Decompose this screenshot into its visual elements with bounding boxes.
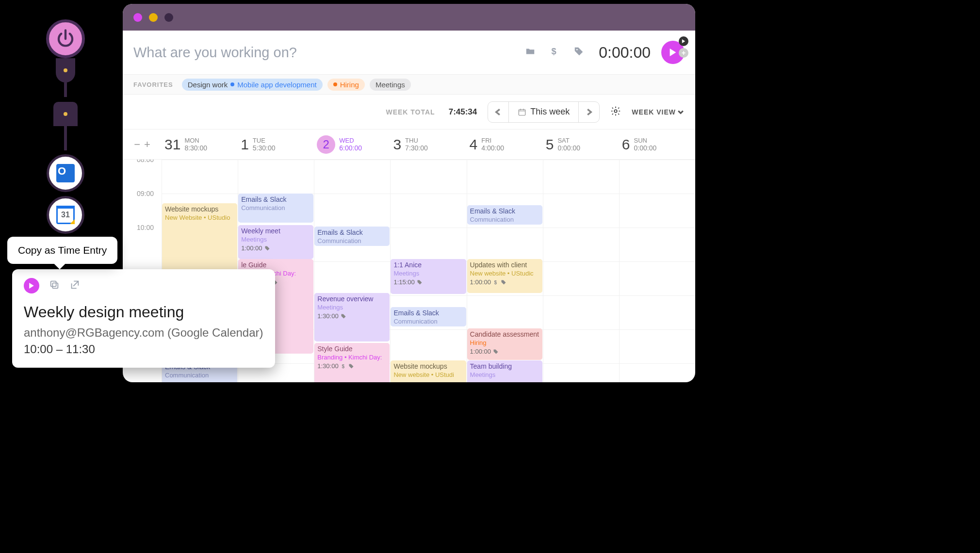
svg-text:$: $	[342, 363, 344, 369]
billable-icon[interactable]: $	[549, 46, 560, 59]
zoom-controls: − +	[123, 130, 162, 159]
svg-text:$: $	[552, 46, 556, 56]
copy-icon[interactable]	[49, 279, 60, 292]
timer-bar: What are you working on? $ 0:00:00 +	[123, 31, 695, 74]
day-header[interactable]: 4FRI4:00:00	[467, 130, 543, 159]
time-label: 09:00	[137, 190, 158, 224]
day-header[interactable]: 3THU7:30:00	[390, 130, 466, 159]
day-header[interactable]: 2WED6:00:00	[314, 130, 390, 159]
close-icon[interactable]	[133, 13, 142, 22]
calendar-event[interactable]: Candidate assessmentHiring1:00:00	[467, 328, 542, 360]
google-calendar-icon[interactable]: 31	[47, 196, 84, 234]
wire	[64, 82, 67, 97]
date-range-picker: This week	[488, 101, 600, 123]
start-timer-button[interactable]	[24, 278, 39, 293]
calendar-toolbar: WEEK TOTAL 7:45:34 This week WEEK VIEW	[123, 95, 695, 130]
week-total-label: WEEK TOTAL	[386, 108, 435, 116]
svg-point-5	[615, 110, 618, 113]
calendar-event[interactable]: Website mockupsNew website • UStudi	[391, 360, 466, 382]
svg-rect-1	[51, 281, 56, 287]
zoom-in-button[interactable]: +	[144, 138, 150, 151]
tooltip-text: Copy as Time Entry	[18, 244, 107, 256]
calendar-event[interactable]: Team buildingMeetings	[467, 360, 542, 382]
range-label[interactable]: This week	[508, 102, 579, 122]
manual-mode-icon[interactable]: +	[679, 48, 688, 58]
description-input[interactable]: What are you working on?	[133, 45, 525, 61]
day-header[interactable]: 31MON8:30:00	[162, 130, 238, 159]
next-range-button[interactable]	[579, 102, 599, 122]
project-icon[interactable]	[525, 46, 536, 59]
favorites-bar: FAVORITES Design workMobile app developm…	[123, 74, 695, 95]
copy-tooltip: Copy as Time Entry	[7, 237, 117, 264]
calendar-event[interactable]: Emails & SlackCommunication	[238, 194, 313, 223]
calendar-event[interactable]: 1:1 AniceMeetings1:15:00	[391, 259, 466, 294]
time-label: 08:00	[137, 160, 158, 190]
integrations-strip: 31	[46, 19, 85, 234]
favorite-chip-meetings[interactable]: Meetings	[370, 79, 411, 91]
svg-rect-4	[519, 109, 526, 115]
calendar-event[interactable]: Emails & SlackCommunication	[391, 307, 466, 326]
external-link-icon[interactable]	[69, 279, 80, 292]
timer-mode-icon[interactable]	[679, 36, 688, 46]
event-popup: Weekly design meeting anthony@RGBagency.…	[12, 269, 275, 368]
svg-rect-0	[52, 283, 58, 288]
calendar-event[interactable]: Revenue overviewMeetings1:30:00	[314, 293, 390, 342]
timer-value: 0:00:00	[599, 44, 651, 62]
calendar-event[interactable]: Updates with clientNew website • UStudic…	[467, 259, 542, 293]
connector-top	[56, 58, 75, 82]
day-header[interactable]: 1TUE5:30:00	[238, 130, 314, 159]
day-header[interactable]: 5SAT0:00:00	[543, 130, 619, 159]
popup-title: Weekly design meeting	[24, 303, 263, 321]
plug-icon	[53, 102, 78, 126]
prev-range-button[interactable]	[488, 102, 508, 122]
svg-point-3	[576, 49, 578, 50]
titlebar	[123, 4, 695, 31]
calendar-event[interactable]: Emails & SlackCommunication	[467, 205, 542, 225]
favorites-label: FAVORITES	[133, 81, 173, 88]
favorite-chip-design[interactable]: Design workMobile app development	[182, 79, 323, 91]
wire	[64, 126, 67, 150]
minimize-icon[interactable]	[149, 13, 158, 22]
days-header: − + 31MON8:30:001TUE5:30:002WED6:00:003T…	[123, 130, 695, 160]
favorite-chip-hiring[interactable]: Hiring	[327, 79, 365, 91]
popup-subtitle: anthony@RGBagency.com (Google Calendar)	[24, 326, 263, 340]
settings-icon[interactable]	[610, 106, 621, 118]
time-label: 10:00	[137, 224, 158, 258]
popup-time: 10:00 – 11:30	[24, 342, 263, 356]
outlook-icon[interactable]	[47, 154, 84, 192]
view-selector[interactable]: WEEK VIEW	[632, 108, 684, 116]
calendar-event[interactable]: Emails & SlackCommunication	[314, 227, 390, 246]
maximize-icon[interactable]	[164, 13, 173, 22]
day-header[interactable]: 6SUN0:00:00	[619, 130, 695, 159]
zoom-out-button[interactable]: −	[134, 138, 140, 151]
power-icon[interactable]	[46, 19, 85, 58]
svg-text:$: $	[494, 279, 497, 285]
calendar-event[interactable]: Style GuideBranding • Kimchi Day:1:30:00…	[314, 343, 390, 382]
week-total-value: 7:45:34	[449, 107, 477, 117]
calendar-event[interactable]: Weekly meetMeetings1:00:00	[238, 225, 313, 259]
tag-icon[interactable]	[573, 46, 584, 59]
